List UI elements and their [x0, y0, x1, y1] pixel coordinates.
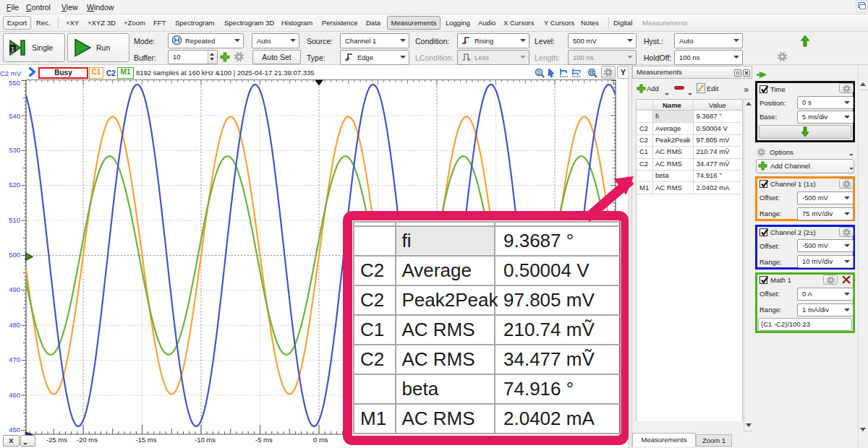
svg-text:1: 1	[11, 46, 14, 53]
svg-text:1: 1	[537, 70, 540, 75]
